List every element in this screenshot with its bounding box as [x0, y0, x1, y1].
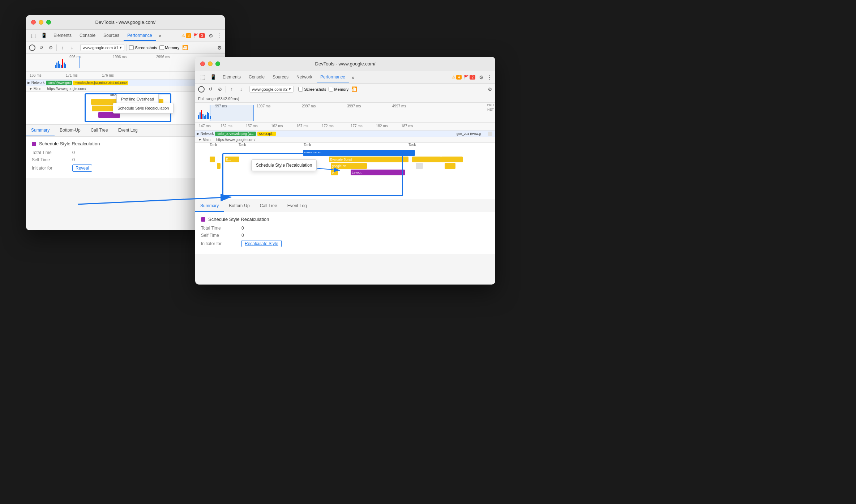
- record-icon-2[interactable]: [198, 86, 205, 93]
- ltime-3: 176 ms: [102, 73, 114, 77]
- net-resource-2: NUn3,qd...: [257, 132, 276, 136]
- more-tabs-2[interactable]: »: [350, 73, 357, 82]
- record-icon-1[interactable]: [29, 44, 35, 51]
- total-time-value-1: 0: [72, 150, 75, 155]
- self-time-label-1: Self Time: [32, 157, 68, 162]
- error-count-1: 3: [199, 33, 205, 38]
- summary-tab-eventlog-2[interactable]: Event Log: [282, 200, 312, 212]
- settings-icon-2[interactable]: ⚙: [479, 74, 484, 80]
- reload-icon-2[interactable]: ↺: [207, 86, 214, 93]
- summary-tab-calltree-1[interactable]: Call Tree: [86, 125, 113, 136]
- summary-item-title-2: Schedule Style Recalculation: [201, 217, 489, 222]
- screenshot-label-2: Screenshots: [304, 87, 326, 91]
- self-time-label-2: Self Time: [201, 233, 237, 238]
- maximize-button-1[interactable]: [46, 20, 51, 25]
- tab-performance-2[interactable]: Performance: [317, 72, 349, 82]
- close-button-2[interactable]: [200, 61, 205, 66]
- device-icon-tab-1[interactable]: 📱: [39, 31, 49, 40]
- memory-label-1: Memory: [165, 46, 180, 50]
- ltime-2: 171 ms: [66, 73, 78, 77]
- tooltip-text-1: Profiling Overhead: [121, 97, 154, 101]
- total-time-label-1: Total Time: [32, 150, 68, 155]
- self-time-row-2: Self Time 0: [201, 233, 489, 238]
- flame-layout: Layout: [351, 170, 405, 175]
- selection-handle-1: [80, 56, 80, 68]
- minimize-button-1[interactable]: [39, 20, 43, 25]
- memory-check-1[interactable]: [159, 45, 164, 50]
- ltime2-6: 172 ms: [322, 124, 334, 128]
- more-icon-2[interactable]: ⋮: [487, 74, 492, 80]
- recalculate-style-button[interactable]: Recalculate Style: [241, 240, 282, 247]
- inspector-icon-tab-2[interactable]: ⬚: [198, 73, 207, 82]
- tab-elements-1[interactable]: Elements: [50, 31, 75, 41]
- self-time-value-2: 0: [241, 233, 244, 238]
- summary-tab-active-2[interactable]: Summary: [195, 200, 224, 212]
- clear-icon-1[interactable]: ⊘: [47, 44, 54, 51]
- reveal-button-1[interactable]: Reveal: [72, 165, 92, 172]
- memory-checkbox-2[interactable]: Memory: [329, 87, 349, 91]
- flame-left-1: [210, 157, 215, 162]
- net-resource-3: gen_204 (www.g: [457, 132, 481, 136]
- upload-icon-2[interactable]: ↑: [228, 86, 235, 93]
- total-time-label-2: Total Time: [201, 226, 237, 231]
- summary-tab-eventlog-1[interactable]: Event Log: [113, 125, 143, 136]
- tab-console-2[interactable]: Console: [245, 72, 268, 82]
- url-selector-1[interactable]: www.google.com #1 ▾: [80, 44, 124, 51]
- total-time-value-2: 0: [241, 226, 244, 231]
- tab-elements-2[interactable]: Elements: [219, 72, 244, 82]
- error-count-2: 2: [470, 75, 475, 80]
- summary-tab-calltree-2[interactable]: Call Tree: [255, 200, 282, 212]
- close-button-1[interactable]: [31, 20, 36, 25]
- more-tabs-1[interactable]: »: [157, 31, 164, 40]
- warning-count-2: 4: [456, 75, 462, 80]
- flame-parse-html: Parse HTML: [303, 150, 415, 156]
- reload-icon-1[interactable]: ↺: [38, 44, 45, 51]
- screenshot-check-1[interactable]: [129, 45, 134, 50]
- tab-performance-1[interactable]: Performance: [124, 31, 156, 41]
- screenshot-checkbox-2[interactable]: Screenshots: [298, 87, 326, 91]
- ltime2-5: 167 ms: [296, 124, 308, 128]
- screenshot-checkbox-1[interactable]: Screenshots: [129, 45, 157, 50]
- maximize-button-2[interactable]: [215, 61, 220, 66]
- settings-icon-perf-1[interactable]: ⚙: [217, 45, 222, 51]
- color-swatch-1: [32, 142, 36, 146]
- network-row-2: ▶ Network color_272x92dp.png (w... NUn3,…: [195, 131, 495, 137]
- summary-tabs-2: Summary Bottom-Up Call Tree Event Log: [195, 200, 495, 212]
- inspector-icon-tab-1[interactable]: ⬚: [29, 31, 38, 40]
- summary-tab-bottomup-2[interactable]: Bottom-Up: [224, 200, 254, 212]
- tab-sources-1[interactable]: Sources: [100, 31, 123, 41]
- warnings-badge-1: ⚠ 3: [181, 33, 192, 38]
- flame-right-3: [441, 157, 463, 162]
- capture-icon-1[interactable]: 🎦: [181, 44, 189, 51]
- sep-4: [226, 86, 226, 93]
- capture-icon-2[interactable]: 🎦: [351, 86, 358, 93]
- upload-icon-1[interactable]: ↑: [59, 44, 66, 51]
- summary-content-2: Schedule Style Recalculation Total Time …: [195, 212, 495, 254]
- ltime-1: 166 ms: [30, 73, 42, 77]
- clear-icon-2[interactable]: ⊘: [216, 86, 223, 93]
- task-label-1a: Task: [109, 93, 117, 97]
- summary-tab-bottomup-1[interactable]: Bottom-Up: [55, 125, 85, 136]
- ltime2-1: 147 ms: [199, 124, 211, 128]
- tab-sources-2[interactable]: Sources: [269, 72, 292, 82]
- tab-console-1[interactable]: Console: [76, 31, 99, 41]
- download-icon-1[interactable]: ↓: [68, 44, 76, 51]
- task-h-2: Task: [239, 143, 246, 147]
- initiator-label-2: Initiator for: [201, 241, 237, 246]
- tab-network-2[interactable]: Network: [293, 72, 316, 82]
- sep-3: [127, 44, 127, 51]
- more-icon-1[interactable]: ⋮: [216, 33, 222, 39]
- sel-right: [253, 105, 254, 121]
- device-icon-tab-2[interactable]: 📱: [208, 73, 218, 82]
- summary-panel-2: Summary Bottom-Up Call Tree Event Log Sc…: [195, 200, 495, 254]
- minimize-button-2[interactable]: [208, 61, 213, 66]
- settings-icon-perf-2[interactable]: ⚙: [488, 86, 492, 92]
- memory-checkbox-1[interactable]: Memory: [159, 45, 180, 50]
- url-selector-2[interactable]: www.google.com #2 ▾: [249, 86, 294, 93]
- memory-check-2[interactable]: [329, 87, 333, 91]
- screenshot-check-2[interactable]: [298, 87, 303, 91]
- summary-tab-active-1[interactable]: Summary: [26, 125, 55, 136]
- net-label: NET: [487, 108, 494, 111]
- settings-icon-1[interactable]: ⚙: [209, 33, 213, 39]
- download-icon-2[interactable]: ↓: [237, 86, 245, 93]
